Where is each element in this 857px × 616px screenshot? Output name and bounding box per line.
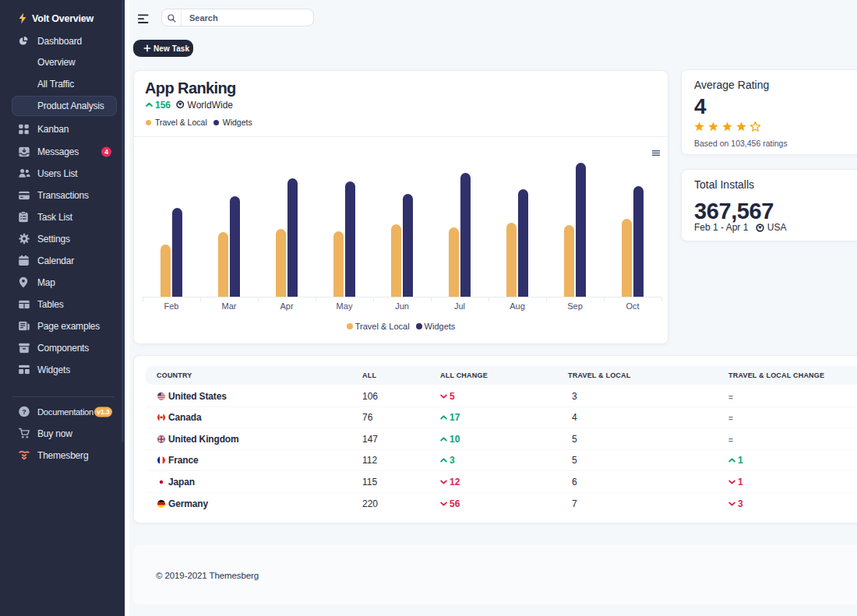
svg-text:?: ? [22, 408, 26, 416]
